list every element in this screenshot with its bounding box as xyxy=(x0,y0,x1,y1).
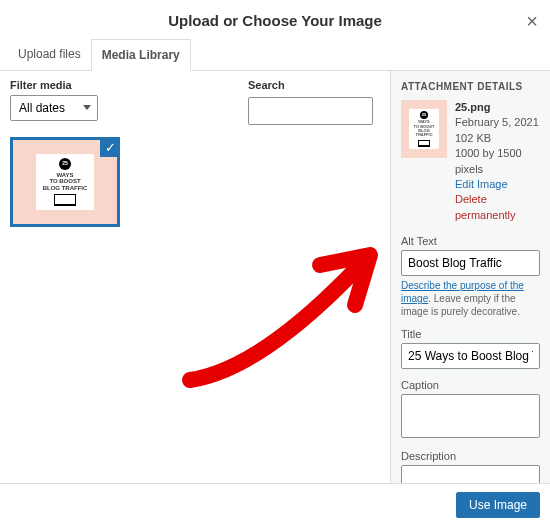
filter-media-label: Filter media xyxy=(10,79,98,91)
page-title: Upload or Choose Your Image xyxy=(0,12,550,29)
laptop-icon xyxy=(54,194,76,206)
laptop-icon xyxy=(418,140,430,147)
attachment-details-heading: ATTACHMENT DETAILS xyxy=(401,81,540,92)
attachment-size: 102 KB xyxy=(455,131,540,146)
attachment-meta: 25.png February 5, 2021 102 KB 1000 by 1… xyxy=(455,100,540,223)
description-label: Description xyxy=(401,450,540,462)
description-input[interactable] xyxy=(401,465,540,483)
selected-check-icon: ✓ xyxy=(100,137,120,157)
caption-label: Caption xyxy=(401,379,540,391)
main-panel: Filter media All dates Search ✓ 2 xyxy=(0,71,390,483)
edit-image-link[interactable]: Edit Image xyxy=(455,177,540,192)
search-input[interactable] xyxy=(248,97,373,125)
attachment-dimensions: 1000 by 1500 pixels xyxy=(455,146,540,177)
thumbnail-content: 25 WAYS TO BOOST BLOG TRAFFIC xyxy=(36,154,94,211)
attachment-filename: 25.png xyxy=(455,100,540,115)
title-label: Title xyxy=(401,328,540,340)
media-thumbnail[interactable]: ✓ 25 WAYS TO BOOST BLOG TRAFFIC xyxy=(10,137,120,227)
use-image-button[interactable]: Use Image xyxy=(456,492,540,518)
caption-input[interactable] xyxy=(401,394,540,438)
attachment-date: February 5, 2021 xyxy=(455,115,540,130)
tab-upload-files[interactable]: Upload files xyxy=(8,39,91,70)
tab-media-library[interactable]: Media Library xyxy=(91,39,191,71)
tabs: Upload files Media Library xyxy=(0,39,550,71)
search-label: Search xyxy=(248,79,373,91)
attachment-details-panel: ATTACHMENT DETAILS 25 WAYS TO BOOST BLOG… xyxy=(390,71,550,483)
filter-date-select[interactable]: All dates xyxy=(10,95,98,121)
close-icon[interactable]: × xyxy=(526,10,538,33)
alt-text-input[interactable] xyxy=(401,250,540,276)
attachment-thumbnail: 25 WAYS TO BOOST BLOG TRAFFIC xyxy=(401,100,447,158)
alt-text-help: Describe the purpose of the image. Leave… xyxy=(401,279,540,318)
title-input[interactable] xyxy=(401,343,540,369)
delete-permanently-link[interactable]: Delete permanently xyxy=(455,192,540,223)
alt-text-label: Alt Text xyxy=(401,235,540,247)
